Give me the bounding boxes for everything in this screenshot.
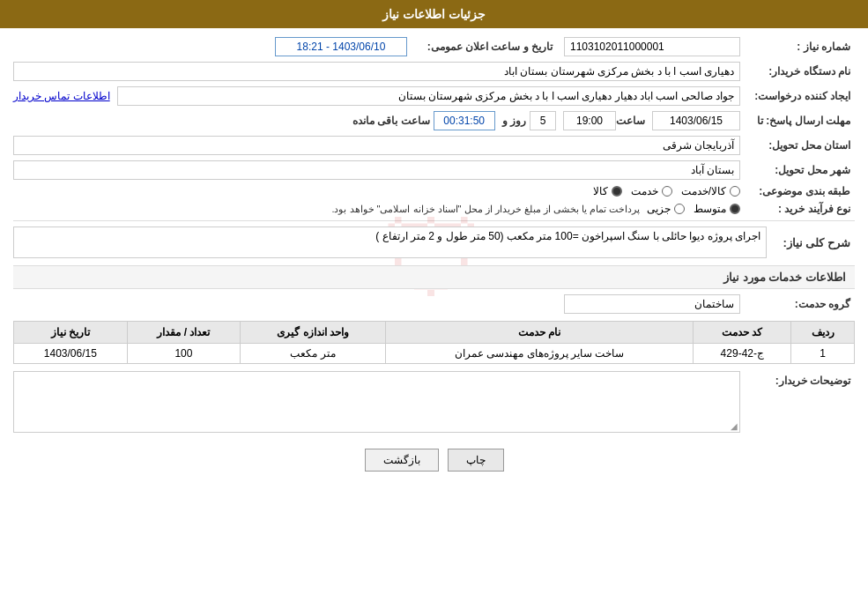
- col-header-name: نام حدمت: [385, 322, 693, 344]
- table-cell: 100: [127, 344, 241, 364]
- radio-service-icon: [662, 186, 672, 197]
- action-buttons: چاپ بازگشت: [13, 449, 855, 472]
- radio-medium-icon: [730, 204, 740, 214]
- divider-1: [13, 220, 855, 221]
- deadline-days: 5: [530, 111, 556, 130]
- need-number-label: شماره نیاز :: [740, 41, 855, 53]
- process-option-small[interactable]: جزیی: [647, 203, 685, 215]
- category-label-goods: کالا: [593, 185, 608, 197]
- public-announce-value: 1403/06/10 - 18:21: [275, 37, 407, 56]
- back-button[interactable]: بازگشت: [365, 449, 439, 472]
- services-table: ردیف کد حدمت نام حدمت واحد اندازه گیری ت…: [13, 321, 855, 364]
- category-radio-group: کالا/خدمت خدمت کالا: [593, 185, 740, 197]
- process-label: نوع فرآیند خرید :: [740, 203, 855, 215]
- table-cell: متر مکعب: [241, 344, 386, 364]
- desc-value: اجرای پروژه دیوا حائلی با سنگ اسپراخون =…: [13, 227, 767, 258]
- deadline-remaining-suffix: ساعت باقی مانده: [352, 115, 430, 127]
- col-header-row: ردیف: [791, 322, 855, 344]
- buyer-name-label: نام دستگاه خریدار:: [740, 65, 855, 78]
- category-label-goods-service: کالا/خدمت: [681, 185, 726, 197]
- desc-label: شرح کلی نیاز:: [767, 236, 855, 249]
- public-announce-label: تاریخ و ساعت اعلان عمومی:: [407, 41, 557, 53]
- table-row: 1ج-42-429ساخت سایر پروژه‌های مهندسی عمرا…: [14, 344, 855, 364]
- print-button[interactable]: چاپ: [448, 449, 504, 472]
- radio-small-icon: [674, 204, 685, 214]
- process-option-medium[interactable]: متوسط: [694, 203, 740, 215]
- need-number-value: 1103102011000001: [564, 37, 740, 56]
- province-label: استان محل تحویل:: [740, 139, 855, 152]
- contact-link[interactable]: اطلاعات تماس خریدار: [13, 90, 110, 102]
- deadline-day-label: روز و: [502, 115, 526, 127]
- process-note: پرداخت تمام یا بخشی از مبلغ خریدار از مح…: [331, 204, 640, 215]
- creator-value: جواد صالحی اسب اباد دهیار دهیاری اسب ا ب…: [117, 86, 740, 106]
- col-header-code: کد حدمت: [694, 322, 791, 344]
- category-option-goods-service[interactable]: کالا/خدمت: [681, 185, 740, 197]
- buyer-name-value: دهیاری اسب ا با د بخش مرکزی شهرستان بستا…: [13, 62, 740, 81]
- creator-label: ایجاد کننده درخواست:: [740, 90, 855, 102]
- deadline-time: 19:00: [563, 111, 616, 130]
- city-value: بستان آباد: [13, 160, 740, 180]
- resize-handle-icon: ◢: [729, 421, 738, 430]
- buyer-desc-label: توضیحات خریدار:: [740, 371, 855, 387]
- table-cell: ساخت سایر پروژه‌های مهندسی عمران: [385, 344, 693, 364]
- col-header-date: تاریخ نیاز: [14, 322, 128, 344]
- process-radio-group: متوسط جزیی: [647, 203, 740, 215]
- category-label-service: خدمت: [631, 185, 658, 197]
- table-cell: 1: [791, 344, 855, 364]
- table-cell: ج-42-429: [694, 344, 791, 364]
- deadline-date: 1403/06/15: [652, 111, 740, 130]
- buyer-desc-value[interactable]: ◢: [13, 371, 740, 433]
- col-header-unit: واحد اندازه گیری: [241, 322, 386, 344]
- radio-goods-service-icon: [730, 186, 740, 197]
- province-value: آذربایجان شرقی: [13, 136, 740, 155]
- deadline-remaining: 00:31:50: [434, 111, 495, 130]
- process-label-medium: متوسط: [694, 203, 726, 215]
- page-title: جزئیات اطلاعات نیاز: [0, 0, 868, 28]
- service-group-value: ساختمان: [564, 294, 740, 314]
- deadline-label: مهلت ارسال پاسخ: تا: [740, 115, 855, 127]
- deadline-time-label: ساعت: [616, 115, 645, 127]
- process-label-small: جزیی: [647, 203, 671, 215]
- city-label: شهر محل تحویل:: [740, 164, 855, 176]
- category-option-service[interactable]: خدمت: [631, 185, 672, 197]
- services-table-wrap: ردیف کد حدمت نام حدمت واحد اندازه گیری ت…: [13, 321, 855, 364]
- col-header-qty: تعداد / مقدار: [127, 322, 241, 344]
- services-section-title: اطلاعات خدمات مورد نیاز: [13, 265, 855, 289]
- category-option-goods[interactable]: کالا: [593, 185, 622, 197]
- table-cell: 1403/06/15: [14, 344, 128, 364]
- radio-goods-icon: [612, 186, 622, 197]
- service-group-label: گروه حدمت:: [740, 298, 855, 310]
- category-label: طبقه بندی موضوعی:: [740, 185, 855, 197]
